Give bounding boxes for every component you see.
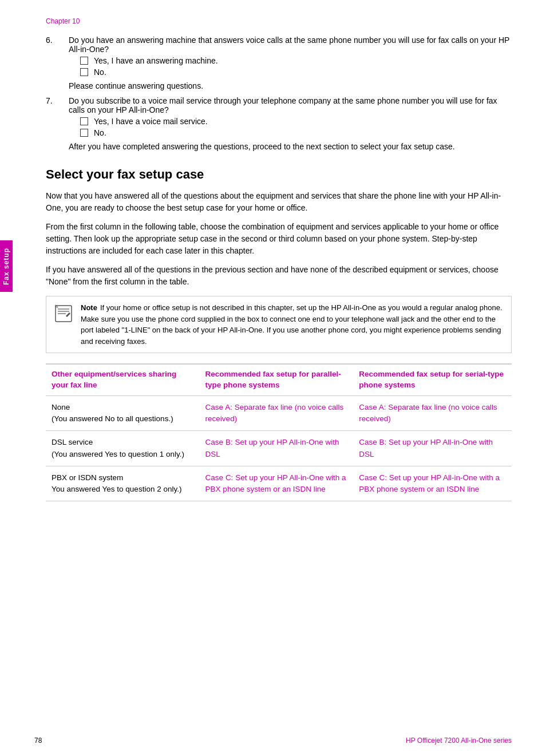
svg-text:✎: ✎ [54, 304, 59, 310]
checkbox-item-7b: No. [80, 128, 512, 137]
table-header-2: Recommended fax setup for parallel-type … [200, 364, 354, 395]
section-para-1: Now that you have answered all of the qu… [46, 190, 512, 214]
table-row: PBX or ISDN system You answered Yes to q… [46, 466, 512, 501]
section-title: Select your fax setup case [46, 167, 512, 182]
checkbox-icon-6b [80, 68, 88, 76]
checkbox-label-6a: Yes, I have an answering machine. [94, 56, 218, 65]
table-cell-row1-col1: None (You answered No to all questions.) [46, 395, 200, 431]
checkbox-icon-7a [80, 117, 88, 125]
follow-up-7: After you have completed answering the q… [69, 142, 512, 151]
note-box: ✎ NoteIf your home or office setup is no… [46, 296, 512, 353]
side-tab-label: Fax setup [2, 248, 10, 285]
list-item-6: 6. Do you have an answering machine that… [46, 35, 512, 90]
item-content-6: Do you have an answering machine that an… [69, 35, 512, 90]
fax-table: Other equipment/services sharing your fa… [46, 363, 512, 501]
item-question-6: Do you have an answering machine that an… [69, 35, 512, 54]
table-cell-sub-row1: (You answered No to all questions.) [52, 414, 173, 423]
note-icon: ✎ [53, 303, 74, 326]
checkbox-item-6b: No. [80, 68, 512, 77]
product-label: HP Officejet 7200 All-in-One series [406, 737, 512, 745]
checkbox-icon-7b [80, 129, 88, 137]
table-cell-row1-col3: Case A: Separate fax line (no voice call… [353, 395, 512, 431]
table-cell-row2-col3: Case B: Set up your HP All-in-One with D… [353, 431, 512, 466]
note-label: Note [81, 303, 97, 312]
table-cell-sub-row2: (You answered Yes to question 1 only.) [52, 450, 184, 458]
note-text: If your home or office setup is not desc… [81, 303, 503, 346]
table-cell-main-row1: None [52, 403, 70, 411]
footer: 78 HP Officejet 7200 All-in-One series [34, 737, 512, 745]
item-number-7: 7. [46, 96, 69, 151]
section-para-3: If you have answered all of the question… [46, 264, 512, 288]
checkbox-icon-6a [80, 57, 88, 65]
table-cell-row3-col2: Case C: Set up your HP All-in-One with a… [200, 466, 354, 501]
item-number-6: 6. [46, 35, 69, 90]
chapter-label: Chapter 10 [46, 17, 512, 25]
checkbox-label-7a: Yes, I have a voice mail service. [94, 117, 208, 126]
item-question-7: Do you subscribe to a voice mail service… [69, 96, 512, 114]
item-content-7: Do you subscribe to a voice mail service… [69, 96, 512, 151]
page: Chapter 10 6. Do you have an answering m… [0, 0, 546, 756]
table-cell-sub-row3: You answered Yes to question 2 only.) [52, 485, 181, 493]
table-cell-main-row3: PBX or ISDN system [52, 473, 123, 482]
follow-up-6: Please continue answering questions. [69, 81, 512, 90]
table-row: None (You answered No to all questions.)… [46, 395, 512, 431]
note-content: NoteIf your home or office setup is not … [81, 302, 504, 347]
table-header-3: Recommended fax setup for serial-type ph… [353, 364, 512, 395]
side-tab: Fax setup [0, 240, 13, 292]
list-item-7: 7. Do you subscribe to a voice mail serv… [46, 96, 512, 151]
table-row: DSL service (You answered Yes to questio… [46, 431, 512, 466]
section-para-2: From the first column in the following t… [46, 221, 512, 257]
table-cell-row2-col2: Case B: Set up your HP All-in-One with D… [200, 431, 354, 466]
table-cell-row3-col3: Case C: Set up your HP All-in-One with a… [353, 466, 512, 501]
checkbox-label-6b: No. [94, 68, 106, 77]
checkbox-item-6a: Yes, I have an answering machine. [80, 56, 512, 65]
table-cell-row2-col1: DSL service (You answered Yes to questio… [46, 431, 200, 466]
page-number: 78 [34, 737, 42, 745]
checkbox-item-7a: Yes, I have a voice mail service. [80, 117, 512, 126]
table-cell-row1-col2: Case A: Separate fax line (no voice call… [200, 395, 354, 431]
table-cell-row3-col1: PBX or ISDN system You answered Yes to q… [46, 466, 200, 501]
table-cell-main-row2: DSL service [52, 438, 93, 446]
table-header-1: Other equipment/services sharing your fa… [46, 364, 200, 395]
checkbox-label-7b: No. [94, 128, 106, 137]
